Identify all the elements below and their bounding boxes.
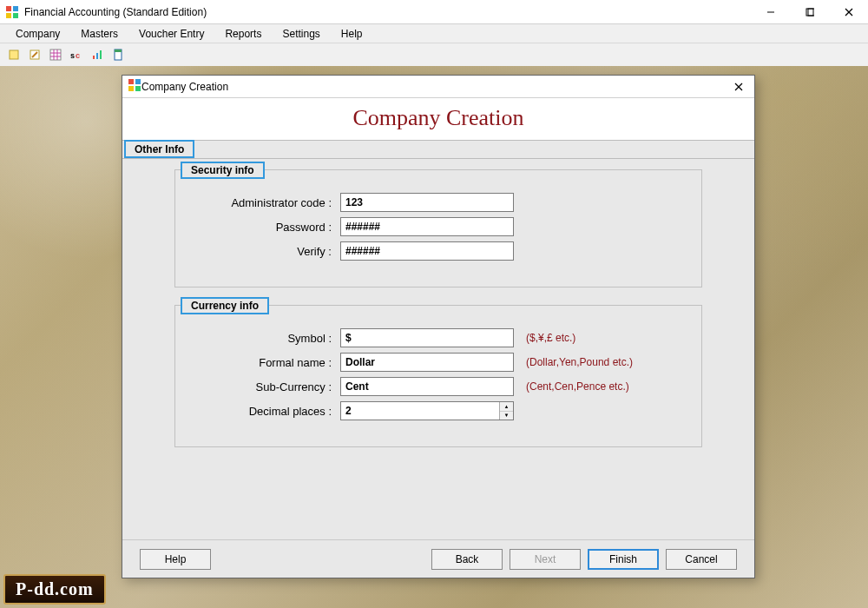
svg-text:s: s	[70, 51, 75, 60]
back-button[interactable]: Back	[431, 549, 503, 570]
security-info-legend: Security info	[181, 162, 265, 179]
symbol-label: Symbol :	[193, 332, 340, 345]
window-controls	[751, 0, 868, 23]
menu-help[interactable]: Help	[331, 26, 373, 42]
content-area: Company Creation Company Creation Other …	[0, 66, 868, 608]
svg-rect-26	[128, 86, 134, 91]
svg-rect-3	[13, 13, 18, 18]
formal-name-hint: (Dollar,Yen,Pound etc.)	[526, 356, 633, 368]
dialog-heading: Company Creation	[122, 105, 754, 131]
symbol-row: Symbol : ($,¥,£ etc.)	[193, 328, 684, 347]
svg-rect-2	[6, 13, 11, 18]
main-window: Financial Accounting (Standard Edition) …	[0, 0, 868, 608]
toolbar-edit-icon[interactable]	[26, 46, 43, 63]
svg-rect-21	[100, 50, 102, 59]
verify-label: Verify :	[193, 245, 340, 258]
tab-other-info[interactable]: Other Info	[124, 140, 194, 158]
currency-info-fieldset: Currency info Symbol : ($,¥,£ etc.) Form…	[174, 305, 702, 447]
password-label: Password :	[193, 221, 340, 234]
watermark-badge: P-dd.com	[3, 574, 106, 605]
dialog-title: Company Creation	[141, 81, 727, 93]
svg-rect-12	[50, 50, 61, 60]
finish-button[interactable]: Finish	[588, 549, 659, 570]
help-button[interactable]: Help	[140, 549, 211, 570]
dialog-icon	[128, 78, 141, 95]
currency-info-legend: Currency info	[181, 297, 269, 314]
next-button[interactable]: Next	[510, 549, 581, 570]
toolbar-grid-icon[interactable]	[47, 46, 64, 63]
menu-settings[interactable]: Settings	[272, 26, 330, 42]
svg-rect-9	[10, 50, 18, 59]
dialog-close-button[interactable]	[727, 78, 751, 96]
decimal-places-label: Decimal places :	[193, 405, 340, 418]
toolbar-doc-icon[interactable]	[109, 46, 127, 63]
dialog-body: Security info Administrator code : Passw…	[122, 159, 754, 539]
company-creation-dialog: Company Creation Company Creation Other …	[122, 75, 755, 578]
menu-voucher-entry[interactable]: Voucher Entry	[128, 26, 214, 42]
toolbar-swap-icon[interactable]: sc	[68, 46, 85, 63]
dialog-heading-area: Company Creation	[122, 98, 754, 140]
svg-rect-24	[128, 79, 134, 84]
admin-code-label: Administrator code :	[193, 196, 340, 209]
menubar: Company Masters Voucher Entry Reports Se…	[0, 24, 868, 43]
spinner-up-icon[interactable]: ▲	[500, 402, 513, 412]
maximize-button[interactable]	[790, 0, 829, 23]
dialog-footer: Help Back Next Finish Cancel	[122, 539, 754, 578]
svg-rect-20	[96, 53, 98, 59]
verify-row: Verify :	[193, 241, 684, 261]
symbol-hint: ($,¥,£ etc.)	[526, 332, 575, 344]
spinner-down-icon[interactable]: ▼	[500, 412, 513, 420]
admin-code-input[interactable]	[340, 193, 514, 212]
toolbar-new-icon[interactable]	[5, 46, 23, 63]
spinner-buttons: ▲ ▼	[499, 402, 513, 420]
formal-name-row: Formal name : (Dollar,Yen,Pound etc.)	[193, 353, 684, 372]
sub-currency-hint: (Cent,Cen,Pence etc.)	[526, 380, 629, 393]
sub-currency-row: Sub-Currency : (Cent,Cen,Pence etc.)	[193, 377, 684, 396]
menu-masters[interactable]: Masters	[70, 26, 128, 42]
tab-strip: Other Info	[122, 140, 754, 159]
minimize-button[interactable]	[751, 0, 790, 23]
sub-currency-input[interactable]	[340, 377, 514, 396]
svg-rect-1	[13, 6, 18, 11]
svg-rect-25	[135, 79, 141, 84]
formal-name-label: Formal name :	[193, 356, 340, 369]
close-button[interactable]	[829, 0, 868, 23]
sub-currency-label: Sub-Currency :	[193, 380, 340, 393]
app-icon	[5, 5, 19, 19]
decimal-places-spinner[interactable]: ▲ ▼	[340, 401, 514, 420]
svg-text:c: c	[76, 51, 80, 60]
password-input[interactable]	[340, 217, 514, 236]
menu-company[interactable]: Company	[5, 26, 70, 42]
cancel-button[interactable]: Cancel	[666, 549, 737, 570]
decimal-places-input[interactable]	[341, 402, 499, 420]
formal-name-input[interactable]	[340, 353, 514, 372]
main-titlebar: Financial Accounting (Standard Edition)	[0, 0, 868, 24]
svg-rect-5	[806, 9, 813, 16]
svg-rect-27	[135, 86, 141, 91]
security-info-fieldset: Security info Administrator code : Passw…	[174, 169, 702, 287]
toolbar: sc	[0, 43, 868, 66]
menu-reports[interactable]: Reports	[214, 26, 272, 42]
svg-rect-0	[6, 6, 11, 11]
symbol-input[interactable]	[340, 328, 514, 347]
toolbar-chart-icon[interactable]	[89, 46, 106, 63]
svg-rect-23	[115, 50, 122, 52]
dialog-titlebar: Company Creation	[122, 76, 754, 98]
decimal-places-row: Decimal places : ▲ ▼	[193, 401, 684, 420]
svg-rect-19	[93, 56, 95, 59]
admin-code-row: Administrator code :	[193, 193, 684, 212]
password-row: Password :	[193, 217, 684, 236]
verify-input[interactable]	[340, 241, 514, 261]
app-title: Financial Accounting (Standard Edition)	[24, 6, 751, 18]
